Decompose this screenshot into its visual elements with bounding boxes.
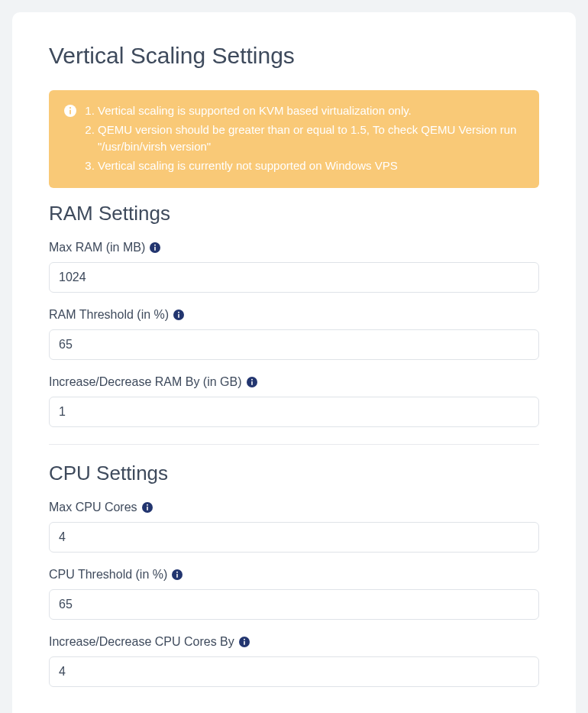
svg-point-5 xyxy=(154,245,156,246)
alert-item: Vertical scaling is supported on KVM bas… xyxy=(98,102,524,120)
cpu-heading: CPU Settings xyxy=(49,462,539,485)
alert-item: Vertical scaling is currently not suppor… xyxy=(98,157,524,175)
max-cpu-group: Max CPU Cores xyxy=(49,501,539,553)
warning-alert: Vertical scaling is supported on KVM bas… xyxy=(49,90,539,188)
ram-threshold-label: RAM Threshold (in %) xyxy=(49,308,539,322)
page-title: Vertical Scaling Settings xyxy=(49,43,539,69)
max-cpu-input[interactable] xyxy=(49,522,539,553)
label-text: Increase/Decrease CPU Cores By xyxy=(49,635,234,649)
svg-rect-1 xyxy=(69,110,71,115)
svg-rect-19 xyxy=(244,641,245,645)
info-icon[interactable] xyxy=(239,637,250,647)
svg-rect-10 xyxy=(251,381,253,385)
ram-step-input[interactable] xyxy=(49,397,539,427)
svg-point-2 xyxy=(69,107,71,109)
info-icon[interactable] xyxy=(247,377,257,387)
ram-threshold-group: RAM Threshold (in %) xyxy=(49,308,539,360)
svg-point-17 xyxy=(176,572,178,573)
ram-step-label: Increase/Decrease RAM By (in GB) xyxy=(49,375,539,389)
label-text: CPU Threshold (in %) xyxy=(49,568,167,582)
max-ram-label: Max RAM (in MB) xyxy=(49,241,539,254)
info-icon[interactable] xyxy=(173,310,184,320)
svg-point-11 xyxy=(251,379,253,381)
section-divider xyxy=(49,444,539,445)
ram-step-group: Increase/Decrease RAM By (in GB) xyxy=(49,375,539,427)
ram-heading: RAM Settings xyxy=(49,202,539,225)
svg-point-14 xyxy=(147,504,148,506)
svg-rect-7 xyxy=(178,314,179,318)
settings-card: Vertical Scaling Settings Vertical scali… xyxy=(12,12,576,713)
cpu-threshold-group: CPU Threshold (in %) xyxy=(49,568,539,620)
label-text: Increase/Decrease RAM By (in GB) xyxy=(49,375,242,389)
ram-threshold-input[interactable] xyxy=(49,329,539,360)
max-cpu-label: Max CPU Cores xyxy=(49,501,539,514)
info-icon[interactable] xyxy=(142,502,153,513)
svg-rect-13 xyxy=(147,507,148,510)
cpu-threshold-label: CPU Threshold (in %) xyxy=(49,568,539,582)
label-text: Max CPU Cores xyxy=(49,501,137,514)
svg-point-8 xyxy=(178,312,179,313)
info-icon[interactable] xyxy=(172,569,183,580)
max-ram-group: Max RAM (in MB) xyxy=(49,241,539,293)
max-ram-input[interactable] xyxy=(49,262,539,293)
cpu-step-group: Increase/Decrease CPU Cores By xyxy=(49,635,539,687)
alert-item: QEMU version should be greater than or e… xyxy=(98,122,524,156)
svg-point-20 xyxy=(244,639,245,640)
svg-rect-16 xyxy=(177,574,179,578)
cpu-threshold-input[interactable] xyxy=(49,589,539,620)
info-icon xyxy=(64,105,76,117)
cpu-step-label: Increase/Decrease CPU Cores By xyxy=(49,635,539,649)
svg-rect-4 xyxy=(154,247,156,251)
label-text: Max RAM (in MB) xyxy=(49,241,145,254)
cpu-step-input[interactable] xyxy=(49,656,539,687)
label-text: RAM Threshold (in %) xyxy=(49,308,169,322)
info-icon[interactable] xyxy=(150,242,160,253)
alert-list: Vertical scaling is supported on KVM bas… xyxy=(84,102,524,176)
